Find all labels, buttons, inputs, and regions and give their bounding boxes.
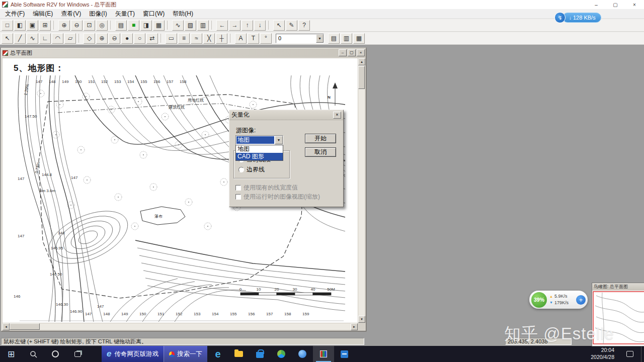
taskbar-file-explorer[interactable] [228,346,250,362]
show-desktop-button[interactable] [641,346,644,362]
window-titlebar[interactable]: Able Software R2V for Windows - 总平面图 – ▢… [0,0,644,9]
doc-close-button[interactable]: × [357,49,365,56]
doc-minimize-button[interactable]: – [339,49,347,56]
menu-item-4[interactable]: 图像(I) [85,9,111,19]
menu-item-2[interactable]: 编辑(E) [29,9,57,19]
checkbox-line-width[interactable]: 使用现有的线宽度值 [235,184,298,192]
radio-boundary-line[interactable]: 边界线 [238,165,265,174]
cancel-button[interactable]: 取消 [305,147,336,157]
pan-down-button[interactable]: ↓ [254,20,266,31]
cortana-button[interactable] [44,346,66,362]
zoom-fit-button[interactable]: ⊡ [84,20,95,31]
image-mode-button[interactable]: ■ [128,20,139,31]
vertical-scroll-thumb[interactable] [358,66,365,89]
draw-polygon-button[interactable]: ▱ [64,33,76,44]
snap-grid-button[interactable]: ┼ [216,33,227,44]
chart-button[interactable]: ▧ [185,20,196,31]
smooth-lines-button[interactable]: ≈ [191,33,202,44]
dropdown-item-cad[interactable]: CAD 图形 [236,153,283,160]
profile-wave-button[interactable]: ∿ [172,20,184,31]
network-speed-widget[interactable]: ↯ ↓ 128 KB/s [554,12,601,23]
taskbar-edge[interactable]: e [207,346,228,362]
horizontal-scroll-thumb[interactable] [10,323,40,330]
action-center-button[interactable] [619,346,641,362]
game-link[interactable]: e 传奇网页版游戏 [102,346,164,362]
layers-button[interactable]: ≡ [178,33,190,44]
vector-list-button[interactable]: ▤ [328,33,340,44]
image-tools-button[interactable]: ▤ [115,20,127,31]
dialog-close-button[interactable]: × [333,112,341,119]
window-maximize-button[interactable]: ▢ [606,0,625,9]
save-file-button[interactable]: ▣ [27,20,38,31]
grid-button[interactable]: ▦ [153,20,165,31]
dialog-titlebar[interactable]: 矢量化 × [229,110,343,120]
annotate-button[interactable]: ✎ [286,20,297,31]
context-help-button[interactable]: ? [298,20,310,31]
symbol-tool-button[interactable]: ° [260,33,272,44]
point-marker-button[interactable]: ○ [134,33,145,44]
pan-right-button[interactable]: → [229,20,240,31]
menu-item-5[interactable]: 矢量(T) [111,9,139,19]
node-remove-button[interactable]: ⊖ [109,33,120,44]
memory-percent-ball[interactable]: 39% [531,292,547,308]
vertex-point-button[interactable]: ● [121,33,133,44]
draw-polyline-button[interactable]: ∟ [39,33,51,44]
text-tool-button[interactable]: A [235,33,247,44]
speed-ball-widget[interactable]: 39% ▲5.9K/s ▼179K/s + [529,291,588,309]
id-combobox[interactable]: 0 ▼ [276,34,324,43]
taskbar-store[interactable] [250,346,271,362]
menu-item-1[interactable]: 文件(F) [1,9,29,19]
expand-plus-button[interactable]: + [576,295,586,305]
histogram-button[interactable]: ▥ [197,20,209,31]
label-tool-button[interactable]: T [248,33,259,44]
combobox-dropdown-button[interactable]: ▼ [275,136,283,144]
task-view-button[interactable] [66,346,89,362]
scroll-left-button[interactable]: ◄ [3,323,10,330]
quick-search-button[interactable]: 搜索一下 [164,346,207,362]
start-button[interactable]: 开始 [305,134,336,143]
horizontal-scrollbar[interactable]: ◄ ► [3,323,358,330]
image-convert-button[interactable]: ◨ [140,20,152,31]
window-close-button[interactable]: × [625,0,644,9]
new-file-button[interactable]: □ [2,20,13,31]
menu-item-7[interactable]: 帮助(H) [169,9,197,19]
rectangle-tool-button[interactable]: ▭ [166,33,177,44]
open-file-button[interactable]: ◧ [14,20,26,31]
source-image-combobox[interactable]: 地图 ▼ [235,135,283,145]
dropdown-item-map[interactable]: 地图 [236,145,283,153]
scroll-up-button[interactable]: ▲ [358,58,365,65]
erase-cross-button[interactable]: ╳ [203,33,215,44]
start-button[interactable]: ⊞ [0,346,22,362]
taskbar-clock[interactable]: 20:04 2020/4/28 [586,347,619,360]
taskbar-app-doc[interactable] [334,346,355,362]
draw-curve-button[interactable]: ∿ [27,33,38,44]
blinds-view-button[interactable]: ▦ [353,33,365,44]
vertical-scrollbar[interactable]: ▲ ▼ [358,58,365,323]
taskbar-browser[interactable] [271,346,292,362]
taskbar-app-blue[interactable] [292,346,313,362]
select-vector-button[interactable]: ↖ [2,33,13,44]
id-combobox-arrow-button[interactable]: ▼ [316,34,324,43]
zoom-in-button[interactable]: ⊕ [58,20,70,31]
taskbar-search-button[interactable] [22,346,44,362]
zoom-out-button[interactable]: ⊖ [71,20,83,31]
draw-arc-button[interactable]: ◠ [52,33,63,44]
scroll-track[interactable] [40,323,351,330]
print-button[interactable]: ⊞ [39,20,51,31]
window-minimize-button[interactable]: – [587,0,606,9]
attribute-list-button[interactable]: ▥ [341,33,352,44]
scroll-right-button[interactable]: ► [351,323,358,330]
menu-item-3[interactable]: 查看(V) [57,9,85,19]
reverse-direction-button[interactable]: ⇄ [146,33,158,44]
draw-line-button[interactable]: ╱ [14,33,26,44]
checkbox-runtime-view[interactable]: 使用运行时的图像视图(缩放) [235,193,320,201]
zoom-actual-button[interactable]: ◎ [96,20,108,31]
doc-maximize-button[interactable]: ▢ [348,49,356,56]
document-titlebar[interactable]: 总平面图 – ▢ × [2,48,366,57]
scroll-down-button[interactable]: ▼ [358,316,365,323]
node-add-button[interactable]: ⊕ [96,33,108,44]
node-edit-button[interactable]: ◇ [84,33,95,44]
pan-left-button[interactable]: ← [216,20,228,31]
pick-arrow-button[interactable]: ↖ [273,20,285,31]
pan-up-button[interactable]: ↑ [242,20,253,31]
